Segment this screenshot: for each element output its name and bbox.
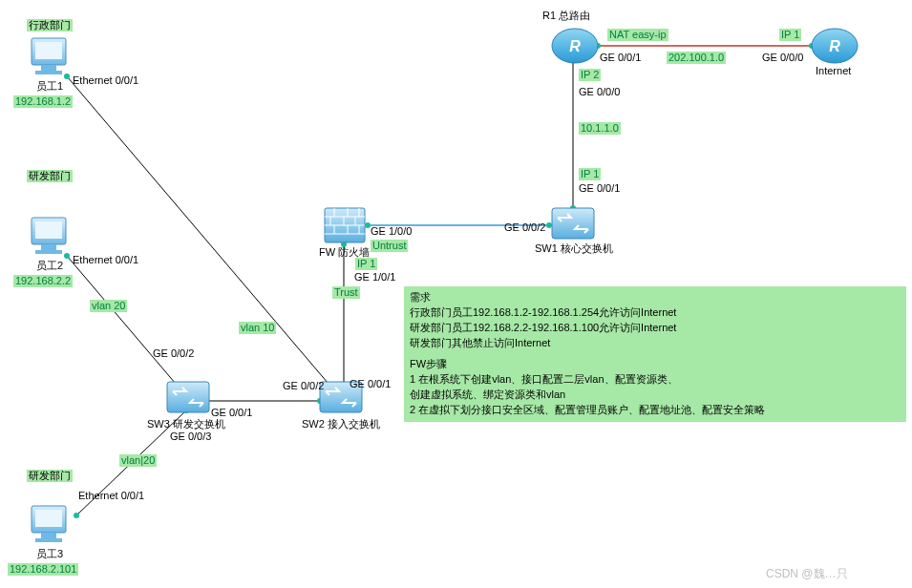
router-icon: R bbox=[812, 29, 858, 63]
svg-rect-32 bbox=[32, 506, 66, 533]
device-name: Internet bbox=[816, 65, 851, 77]
nat-label: NAT easy-ip bbox=[607, 29, 668, 41]
svg-point-20 bbox=[570, 205, 576, 211]
zone-label: Trust bbox=[332, 286, 360, 299]
pc-icon bbox=[32, 506, 66, 542]
port-label: GE 1/0/1 bbox=[354, 271, 395, 284]
dept-label: 研发部门 bbox=[27, 470, 73, 482]
host-ip: 192.168.1.2 bbox=[13, 95, 73, 108]
svg-line-1 bbox=[67, 256, 186, 396]
zone-label: Untrust bbox=[371, 240, 408, 252]
svg-rect-30 bbox=[41, 244, 56, 250]
svg-rect-36 bbox=[167, 382, 209, 412]
svg-rect-31 bbox=[35, 250, 62, 254]
svg-rect-26 bbox=[41, 65, 56, 71]
vlan-label: vlan|20 bbox=[119, 454, 157, 467]
port-label: GE 0/0/2 bbox=[283, 380, 324, 392]
host-ip: 192.168.2.101 bbox=[8, 563, 78, 576]
port-label: GE 0/0/1 bbox=[350, 378, 391, 390]
dept-label: 研发部门 bbox=[27, 170, 73, 182]
svg-text:R: R bbox=[569, 38, 581, 54]
switch-icon bbox=[167, 382, 209, 412]
svg-point-10 bbox=[74, 513, 79, 518]
svg-rect-27 bbox=[35, 71, 62, 74]
svg-point-22 bbox=[595, 43, 601, 49]
svg-line-0 bbox=[67, 76, 339, 396]
svg-point-11 bbox=[183, 393, 189, 399]
svg-rect-38 bbox=[552, 208, 594, 239]
pc-icon bbox=[32, 38, 66, 74]
notes-line: 创建虚拟系统、绑定资源类和vlan bbox=[410, 388, 901, 403]
svg-rect-34 bbox=[41, 533, 56, 538]
notes-line: 行政部门员工192.168.1.2-192.168.1.254允许访问Inter… bbox=[410, 305, 901, 321]
svg-point-54 bbox=[812, 29, 858, 63]
notes-block: 需求 行政部门员工192.168.1.2-192.168.1.254允许访问In… bbox=[404, 286, 906, 422]
port-label: GE 0/0/2 bbox=[504, 221, 545, 234]
ip-tag: IP 1 bbox=[779, 29, 801, 41]
svg-rect-28 bbox=[32, 218, 66, 244]
port-label: GE 0/0/3 bbox=[170, 430, 211, 443]
svg-point-19 bbox=[546, 222, 552, 228]
svg-text:R: R bbox=[829, 38, 840, 54]
port-label: GE 0/0/0 bbox=[762, 52, 803, 64]
port-label: GE 0/0/1 bbox=[579, 182, 620, 195]
svg-point-12 bbox=[183, 408, 189, 413]
topology-canvas: R R 行政部门 员工1 192.168.1.2 Ethernet 0/0/1 … bbox=[0, 0, 912, 588]
svg-rect-39 bbox=[325, 208, 365, 242]
iface-label: Ethernet 0/0/1 bbox=[78, 490, 144, 502]
iface-label: Ethernet 0/0/1 bbox=[73, 74, 138, 87]
svg-point-21 bbox=[570, 56, 576, 62]
port-label: GE 0/0/0 bbox=[579, 86, 620, 98]
firewall-icon bbox=[325, 208, 365, 242]
svg-point-9 bbox=[64, 253, 70, 259]
device-name: SW1 核心交换机 bbox=[535, 242, 613, 255]
notes-line: 需求 bbox=[410, 290, 901, 305]
port-label: GE 1/0/0 bbox=[371, 225, 412, 238]
svg-point-16 bbox=[341, 384, 347, 389]
switch-icon bbox=[552, 208, 594, 239]
notes-line: 1 在根系统下创建vlan、接口配置二层vlan、配置资源类、 bbox=[410, 372, 901, 388]
net-label: 202.100.1.0 bbox=[667, 52, 726, 64]
svg-point-52 bbox=[552, 29, 598, 63]
notes-line: 2 在虚拟下划分接口安全区域、配置管理员账户、配置地址池、配置安全策略 bbox=[410, 403, 901, 418]
net-label: 10.1.1.0 bbox=[579, 122, 621, 135]
notes-line: 研发部门员工192.168.2.2-192.168.1.100允许访问Inter… bbox=[410, 321, 901, 336]
notes-line: FW步骤 bbox=[410, 357, 901, 372]
svg-rect-25 bbox=[35, 42, 62, 59]
dept-label: 行政部门 bbox=[27, 19, 73, 32]
host-ip: 192.168.2.2 bbox=[13, 275, 73, 287]
watermark: CSDN @魏…只 bbox=[766, 567, 848, 580]
svg-point-23 bbox=[809, 43, 815, 49]
ip-tag: IP 2 bbox=[579, 69, 601, 81]
pc-icon bbox=[32, 218, 66, 254]
vlan-label: vlan 20 bbox=[90, 300, 127, 312]
svg-point-8 bbox=[64, 74, 70, 79]
svg-rect-33 bbox=[35, 510, 62, 527]
ip-tag: IP 1 bbox=[579, 168, 601, 180]
device-name: SW2 接入交换机 bbox=[302, 418, 380, 430]
svg-rect-29 bbox=[35, 221, 62, 239]
svg-point-15 bbox=[336, 393, 342, 399]
port-label: GE 0/0/2 bbox=[153, 347, 194, 360]
host-name: 员工3 bbox=[36, 548, 63, 560]
router-icon: R bbox=[552, 29, 598, 63]
host-name: 员工1 bbox=[36, 80, 63, 93]
notes-line: 研发部门其他禁止访问Internet bbox=[410, 336, 901, 351]
vlan-label: vlan 10 bbox=[239, 322, 276, 334]
host-name: 员工2 bbox=[36, 260, 63, 272]
ip-tag: IP 1 bbox=[355, 258, 377, 270]
port-label: GE 0/0/1 bbox=[600, 52, 641, 64]
svg-point-13 bbox=[202, 398, 208, 404]
device-name: R1 总路由 bbox=[542, 10, 590, 22]
svg-rect-24 bbox=[32, 38, 66, 65]
svg-point-14 bbox=[317, 398, 323, 404]
iface-label: Ethernet 0/0/1 bbox=[73, 254, 138, 266]
svg-rect-35 bbox=[35, 538, 62, 542]
device-name: SW3 研发交换机 bbox=[147, 418, 225, 430]
